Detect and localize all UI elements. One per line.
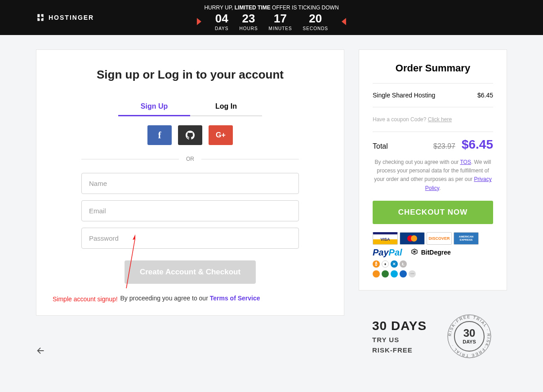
social-login-row: f G+ [81, 125, 299, 145]
auth-tabs: Sign Up Log In [81, 98, 299, 116]
signup-panel: Sign up or Log in to your account Sign U… [36, 49, 344, 316]
ethereum-icon: ♦ [382, 260, 389, 268]
tab-login[interactable]: Log In [190, 98, 262, 116]
svg-text:30: 30 [463, 327, 476, 339]
crypto-icon [391, 270, 398, 277]
hostinger-icon [36, 13, 45, 22]
or-divider: OR [81, 156, 299, 162]
countdown-seconds: 20 SECONDS [303, 13, 328, 31]
annotation-arrow-icon [90, 234, 135, 293]
risk-free-stamp-icon: RISK-FREE TRIAL · RISK-FREE TRIAL · 30 D… [445, 312, 494, 361]
crypto-icons-row-2: ⋯ [373, 270, 493, 277]
crypto-icon [400, 270, 407, 277]
promo-text: HURRY UP, LIMITED TIME OFFER IS TICKING … [197, 4, 346, 11]
trial-days: 30 DAYS [372, 319, 427, 333]
countdown-timer: 04 DAYS 23 HOURS 17 MINUTES 20 SECONDS [197, 13, 346, 31]
countdown-hours: 23 HOURS [239, 13, 258, 31]
trial-banner: 30 DAYS TRY US RISK-FREE RISK-FREE TRIAL… [359, 300, 507, 373]
create-account-button[interactable]: Create Account & Checkout [125, 260, 256, 284]
tab-signup[interactable]: Sign Up [118, 98, 190, 116]
item-name: Single Shared Hosting [373, 92, 435, 99]
total-row: Total $23.97 $6.45 [373, 137, 493, 152]
countdown-days: 04 DAYS [215, 13, 229, 31]
order-summary-panel: Order Summary Single Shared Hosting $6.4… [359, 49, 507, 291]
total-label: Total [373, 142, 388, 150]
legal-text: By checking out you agree with our TOS. … [373, 158, 493, 193]
crypto-icon [373, 270, 380, 277]
new-price: $6.45 [462, 137, 493, 152]
triangle-left-icon [197, 18, 201, 25]
triangle-right-icon [342, 18, 346, 25]
coupon-line: Have a coupon Code? Click here [373, 113, 493, 126]
arrow-left-icon [36, 346, 46, 356]
promo-header: HOSTINGER HURRY UP, LIMITED TIME OFFER I… [0, 0, 543, 35]
mastercard-icon [400, 232, 425, 245]
facebook-login-button[interactable]: f [147, 125, 172, 145]
github-icon [186, 131, 195, 140]
svg-text:DAYS: DAYS [463, 339, 476, 344]
line-item: Single Shared Hosting $6.45 [373, 89, 493, 101]
tos-link-summary[interactable]: TOS [460, 159, 471, 165]
trial-line2: RISK-FREE [372, 346, 427, 354]
countdown-minutes: 17 MINUTES [269, 13, 292, 31]
annotation-text: Simple account signup! [53, 295, 118, 303]
brand-name: HOSTINGER [49, 14, 94, 21]
back-arrow-button[interactable] [36, 346, 46, 357]
crypto-icons-row-1: ₿ ♦ ✕ Ł [373, 260, 493, 268]
item-price: $6.45 [477, 92, 493, 99]
bitcoin-icon: ₿ [373, 260, 380, 268]
svg-marker-1 [133, 234, 135, 240]
svg-point-3 [411, 235, 417, 242]
promo-block: HURRY UP, LIMITED TIME OFFER IS TICKING … [197, 4, 346, 31]
ripple-icon: ✕ [391, 260, 398, 268]
google-plus-login-button[interactable]: G+ [209, 125, 233, 145]
checkout-now-button[interactable]: CHECKOUT NOW [373, 201, 493, 224]
discover-icon: DISCOVER [427, 232, 452, 245]
bitdegree-icon: BitDegree [410, 248, 451, 256]
old-price: $23.97 [433, 142, 455, 150]
trial-line1: TRY US [372, 336, 427, 344]
svg-line-0 [126, 237, 135, 288]
brand-logo[interactable]: HOSTINGER [36, 13, 94, 22]
litecoin-icon: Ł [400, 260, 407, 268]
amex-icon: AMERICANEXPRESS [454, 232, 479, 245]
more-crypto-icon: ⋯ [409, 270, 416, 277]
paypal-icon: PayPal [373, 247, 402, 258]
crypto-icon [382, 270, 389, 277]
signup-title: Sign up or Log in to your account [81, 68, 299, 82]
github-login-button[interactable] [178, 125, 202, 145]
tos-link[interactable]: Terms of Service [210, 295, 260, 302]
email-input[interactable] [81, 200, 299, 221]
name-input[interactable] [81, 173, 299, 194]
payment-methods: VISA DISCOVER AMERICANEXPRESS PayPal Bit… [373, 232, 493, 277]
coupon-link[interactable]: Click here [428, 116, 452, 123]
summary-heading: Order Summary [373, 62, 493, 74]
visa-icon: VISA [373, 232, 398, 245]
